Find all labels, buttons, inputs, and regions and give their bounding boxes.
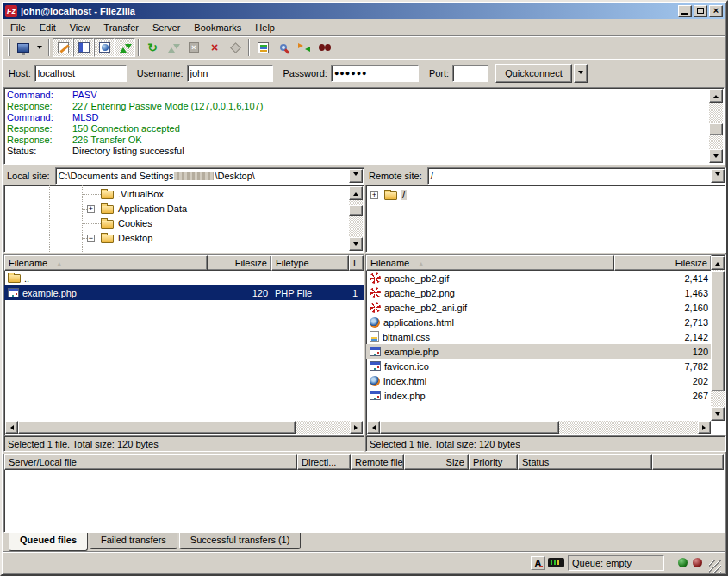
password-input[interactable] — [331, 65, 419, 82]
file-row[interactable]: bitnami.css 2,142 — [366, 329, 712, 344]
toggle-queue-button[interactable] — [115, 38, 135, 57]
tree-item-desktop[interactable]: − Desktop — [4, 231, 364, 246]
column-header-size[interactable]: Size — [404, 454, 469, 470]
scroll-thumb[interactable] — [709, 123, 723, 135]
port-input[interactable] — [452, 65, 488, 82]
column-header-last-modified[interactable]: L — [349, 255, 364, 271]
data-type-ascii-icon[interactable]: A — [531, 556, 545, 570]
scroll-down-button[interactable] — [709, 149, 723, 163]
menu-edit[interactable]: Edit — [33, 21, 63, 34]
reconnect-icon — [230, 42, 241, 53]
column-header-filesize[interactable]: Filesize — [614, 255, 712, 271]
menu-file[interactable]: File — [3, 21, 33, 34]
expand-plus-icon[interactable]: + — [370, 191, 378, 199]
remote-path-dropdown-button[interactable] — [711, 169, 725, 183]
scroll-thumb[interactable] — [18, 421, 296, 434]
file-row[interactable]: index.html 202 — [366, 373, 712, 388]
column-header-priority[interactable]: Priority — [469, 454, 518, 470]
menu-transfer[interactable]: Transfer — [96, 21, 146, 34]
quickconnect-dropdown-button[interactable] — [574, 64, 588, 83]
log-line: Status:Directory listing successful — [4, 146, 710, 157]
directory-compare-button[interactable] — [273, 38, 294, 57]
scroll-down-button[interactable] — [711, 407, 725, 421]
scroll-right-button[interactable] — [698, 421, 711, 434]
toggle-local-tree-button[interactable] — [73, 38, 94, 57]
username-input[interactable] — [187, 65, 273, 82]
file-row[interactable]: apache_pb2.png 1,463 — [366, 285, 712, 300]
tab-successful-transfers[interactable]: Successful transfers (1) — [179, 533, 302, 549]
column-header-remote-file[interactable]: Remote file — [351, 454, 404, 470]
file-row[interactable]: apache_pb2.gif 2,414 — [366, 271, 712, 285]
maximize-button[interactable] — [694, 5, 707, 17]
reconnect-button[interactable] — [225, 38, 246, 57]
collapse-minus-icon[interactable]: − — [87, 235, 95, 242]
remote-list-vertical-scrollbar[interactable] — [711, 256, 725, 421]
scroll-up-button[interactable] — [349, 186, 363, 200]
column-header-server-local-file[interactable]: Server/Local file — [4, 454, 297, 470]
find-files-button[interactable] — [314, 38, 335, 57]
image-file-icon — [370, 302, 381, 313]
synchronized-browsing-button[interactable] — [294, 38, 314, 57]
file-row-selected[interactable]: example.php 120 PHP File 1 — [4, 285, 364, 300]
resize-grip[interactable] — [709, 560, 721, 573]
host-input[interactable] — [34, 65, 127, 82]
process-queue-button[interactable] — [163, 38, 184, 57]
cancel-operation-button[interactable]: × — [184, 38, 204, 57]
column-header-filesize[interactable]: Filesize — [208, 255, 271, 271]
app-icon: Fz — [5, 5, 17, 17]
quickconnect-button[interactable]: Quickconnect — [495, 64, 572, 83]
scroll-thumb[interactable] — [711, 271, 725, 391]
menu-bookmarks[interactable]: Bookmarks — [187, 21, 248, 34]
tree-item-application-data[interactable]: + Application Data — [4, 202, 364, 216]
column-header-filename[interactable]: Filename▲ — [366, 255, 614, 271]
site-manager-button[interactable] — [13, 38, 34, 57]
directory-filter-button[interactable] — [252, 38, 273, 57]
menu-view[interactable]: View — [63, 21, 97, 34]
toggle-remote-tree-button[interactable] — [94, 38, 115, 57]
file-row[interactable]: index.php 267 — [366, 388, 712, 403]
scroll-down-button[interactable] — [349, 237, 363, 251]
magnifier-icon — [280, 44, 287, 51]
tree-item-virtualbox[interactable]: .VirtualBox — [4, 187, 364, 202]
file-row-parent-dir[interactable]: .. — [4, 271, 364, 285]
scroll-thumb[interactable] — [380, 421, 559, 434]
column-header-filename[interactable]: Filename▲ — [4, 255, 208, 271]
refresh-button[interactable]: ↻ — [142, 38, 163, 57]
column-header-direction[interactable]: Directi... — [297, 454, 351, 470]
toggle-message-log-button[interactable] — [53, 38, 73, 57]
local-path-dropdown-button[interactable] — [349, 169, 363, 183]
remote-list-horizontal-scrollbar[interactable] — [367, 421, 711, 434]
column-header-status[interactable]: Status — [518, 454, 652, 470]
file-row[interactable]: favicon.ico 7,782 — [366, 359, 712, 373]
local-list-horizontal-scrollbar[interactable] — [5, 421, 363, 434]
file-row[interactable]: apache_pb2_ani.gif 2,160 — [366, 300, 712, 315]
scroll-left-button[interactable] — [367, 421, 380, 434]
menu-server[interactable]: Server — [146, 21, 187, 34]
tree-item-root[interactable]: + / — [366, 188, 725, 203]
local-path-combobox[interactable]: C:\Documents and Settings\Desktop\ — [55, 167, 364, 185]
remote-path-combobox[interactable]: / — [427, 167, 726, 185]
scroll-left-button[interactable] — [5, 421, 18, 434]
disconnect-button[interactable]: × — [204, 38, 225, 57]
column-header-filetype[interactable]: Filetype — [271, 255, 349, 271]
tree-item-cookies[interactable]: Cookies — [4, 216, 364, 231]
scroll-right-button[interactable] — [350, 421, 363, 434]
file-row-selected[interactable]: example.php 120 — [366, 344, 712, 359]
tab-queued-files[interactable]: Queued files — [9, 533, 88, 551]
local-tree-vertical-scrollbar[interactable] — [349, 186, 363, 251]
scroll-thumb[interactable] — [349, 205, 363, 216]
speed-limit-icon[interactable] — [548, 558, 564, 567]
menu-help[interactable]: Help — [248, 21, 282, 34]
transfer-queue: Server/Local file Directi... Remote file… — [3, 454, 725, 533]
file-row[interactable]: applications.html 2,713 — [366, 315, 712, 329]
scroll-up-button[interactable] — [711, 256, 725, 270]
host-label: Host: — [9, 68, 31, 78]
remote-site-label: Remote site: — [365, 171, 427, 181]
site-manager-dropdown-button[interactable] — [34, 38, 46, 57]
scroll-up-button[interactable] — [709, 89, 723, 103]
close-button[interactable]: × — [709, 5, 723, 17]
minimize-button[interactable] — [678, 5, 692, 17]
tab-failed-transfers[interactable]: Failed transfers — [90, 533, 177, 549]
log-vertical-scrollbar[interactable] — [709, 89, 723, 163]
expand-plus-icon[interactable]: + — [87, 205, 95, 213]
